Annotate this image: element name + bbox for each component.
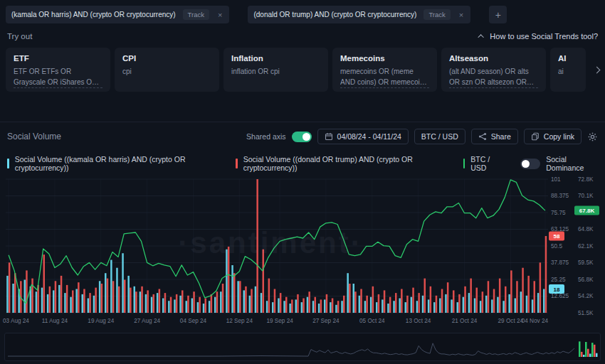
navigator-volume-line: [8, 343, 574, 356]
card-title: AI: [558, 54, 578, 63]
svg-text:70.1K: 70.1K: [578, 193, 594, 199]
help-link-label: How to use Social Trends tool?: [490, 32, 598, 41]
series-color-chip: [236, 159, 238, 168]
svg-text:12.625: 12.625: [551, 293, 569, 299]
query-text: (kamala OR harris) AND (crypto OR crypto…: [11, 11, 176, 18]
card-title: Inflation: [231, 54, 320, 63]
shared-axis-label: Shared axis: [246, 132, 285, 141]
svg-text:75.75: 75.75: [551, 210, 566, 216]
social-trends-app: (kamala OR harris) AND (crypto OR crypto…: [0, 0, 605, 364]
suggestion-card-cpi[interactable]: CPI cpi: [115, 48, 219, 92]
axis-value-badge: 18: [549, 284, 564, 294]
series-color-chip: [7, 159, 9, 168]
svg-text:50.5: 50.5: [551, 243, 562, 250]
card-query: (alt AND season) OR alts OR szn OR altse…: [449, 66, 538, 88]
topbar: (kamala OR harris) AND (crypto OR crypto…: [0, 0, 605, 23]
query-chip-kamala[interactable]: (kamala OR harris) AND (crypto OR crypto…: [6, 6, 229, 23]
svg-text:101: 101: [551, 176, 561, 183]
svg-text:58: 58: [554, 233, 560, 240]
svg-text:56.8K: 56.8K: [578, 277, 594, 283]
social-dominance-toggle[interactable]: [520, 159, 540, 169]
svg-text:12 Sep 24: 12 Sep 24: [226, 318, 253, 324]
card-title: CPI: [122, 54, 211, 63]
share-label: Share: [491, 132, 511, 141]
card-query: ETF OR ETFs OR Grayscale OR iShares OR b…: [14, 66, 102, 88]
chart-legend: Social Volume ((kamala OR harris) AND (c…: [0, 149, 605, 172]
svg-text:27 Sep 24: 27 Sep 24: [312, 318, 340, 324]
social-dominance-control: Social Dominance: [520, 155, 598, 172]
suggestion-card-inflation[interactable]: Inflation inflation OR cpi: [223, 48, 328, 92]
suggestion-cards: ETF ETF OR ETFs OR Grayscale OR iShares …: [0, 48, 605, 92]
svg-text:18: 18: [554, 287, 560, 293]
navigator-recent-bars: [579, 341, 598, 357]
chart-toolbar: Social Volume Shared axis 04/08/24 - 04/…: [0, 122, 605, 149]
svg-text:67.8K: 67.8K: [579, 208, 595, 214]
svg-text:19 Aug 24: 19 Aug 24: [88, 318, 114, 324]
svg-text:21 Oct 24: 21 Oct 24: [452, 318, 478, 324]
legend-label: Social Volume ((donald OR trump) AND (cr…: [243, 155, 446, 172]
svg-text:62.1K: 62.1K: [578, 243, 594, 250]
suggestion-card-etf[interactable]: ETF ETF OR ETFs OR Grayscale OR iShares …: [6, 48, 110, 92]
tryout-label: Try out: [7, 32, 32, 41]
toggle-knob: [302, 133, 310, 141]
x-axis-labels: 03 Aug 2411 Aug 2419 Aug 2427 Aug 2404 S…: [3, 318, 548, 324]
svg-text:25.25: 25.25: [551, 277, 566, 283]
svg-text:59.5K: 59.5K: [578, 259, 594, 266]
copy-link-label: Copy link: [544, 132, 574, 141]
track-button[interactable]: Track: [183, 9, 209, 20]
share-icon: [478, 132, 487, 141]
svg-text:88.375: 88.375: [551, 193, 569, 199]
legend-label: Social Volume ((kamala OR harris) AND (c…: [15, 155, 219, 172]
suggestion-card-memecoins[interactable]: Memecoins memecoins OR (meme AND coins) …: [332, 48, 437, 92]
svg-text:72.8K: 72.8K: [578, 176, 594, 183]
legend-btc-series[interactable]: BTC / USD: [463, 155, 504, 172]
series-color-chip: [463, 159, 465, 168]
chart-title: Social Volume: [7, 132, 61, 141]
card-title: Altseason: [449, 54, 538, 63]
card-title: Memecoins: [340, 54, 429, 63]
navigator-sparkline[interactable]: [5, 333, 600, 360]
suggestion-card-ai[interactable]: AI ai: [550, 48, 586, 92]
svg-text:04 Nov 24: 04 Nov 24: [522, 318, 549, 324]
chevron-up-icon: [478, 34, 484, 40]
legend-kamala-series[interactable]: Social Volume ((kamala OR harris) AND (c…: [7, 155, 219, 172]
scroll-right-button[interactable]: [590, 63, 603, 76]
date-range-picker[interactable]: 04/08/24 - 04/11/24: [317, 129, 409, 144]
chevron-right-icon: [593, 66, 600, 73]
date-range-label: 04/08/24 - 04/11/24: [337, 132, 401, 141]
axis-value-badge: 58: [549, 232, 564, 241]
close-icon[interactable]: ×: [216, 11, 223, 19]
copy-link-button[interactable]: Copy link: [524, 129, 582, 144]
close-icon[interactable]: ×: [458, 11, 465, 19]
shared-axis-toggle[interactable]: [292, 132, 312, 142]
svg-text:54.2K: 54.2K: [578, 293, 594, 299]
suggestion-card-altseason[interactable]: Altseason (alt AND season) OR alts OR sz…: [441, 48, 546, 92]
asset-pair-selector[interactable]: BTC / USD: [414, 129, 465, 144]
copy-icon: [531, 132, 540, 141]
svg-text:13 Oct 24: 13 Oct 24: [406, 318, 431, 324]
query-text: (donald OR trump) AND (crypto OR cryptoc…: [253, 11, 416, 18]
add-query-button[interactable]: +: [489, 6, 507, 23]
legend-label: BTC / USD: [470, 155, 503, 172]
svg-text:11 Aug 24: 11 Aug 24: [42, 318, 68, 324]
card-title: ETF: [14, 54, 102, 63]
svg-text:04 Sep 24: 04 Sep 24: [180, 318, 207, 324]
svg-text:05 Oct 24: 05 Oct 24: [359, 318, 385, 324]
svg-text:64.8K: 64.8K: [578, 226, 594, 232]
chart-navigator[interactable]: [4, 333, 601, 361]
card-query: inflation OR cpi: [231, 66, 320, 77]
legend-trump-series[interactable]: Social Volume ((donald OR trump) AND (cr…: [236, 155, 446, 172]
share-button[interactable]: Share: [471, 129, 518, 144]
settings-gear-icon[interactable]: [587, 132, 598, 142]
svg-text:19 Sep 24: 19 Sep 24: [266, 318, 293, 324]
query-chip-trump[interactable]: (donald OR trump) AND (crypto OR cryptoc…: [248, 6, 470, 23]
svg-text:03 Aug 24: 03 Aug 24: [3, 318, 29, 324]
tryout-row: Try out How to use Social Trends tool?: [0, 23, 605, 48]
help-link[interactable]: How to use Social Trends tool?: [480, 32, 598, 41]
right-axes: 10188.37575.7563.12550.537.87525.2512.62…: [551, 176, 594, 316]
axis-value-badge: 67.8K: [574, 206, 599, 215]
svg-text:51.5K: 51.5K: [578, 310, 594, 316]
track-button[interactable]: Track: [424, 9, 450, 20]
chart-controls: Shared axis 04/08/24 - 04/11/24 BTC / US…: [246, 129, 598, 144]
social-volume-chart[interactable]: 10188.37575.7563.12550.537.87525.2512.62…: [0, 173, 605, 328]
